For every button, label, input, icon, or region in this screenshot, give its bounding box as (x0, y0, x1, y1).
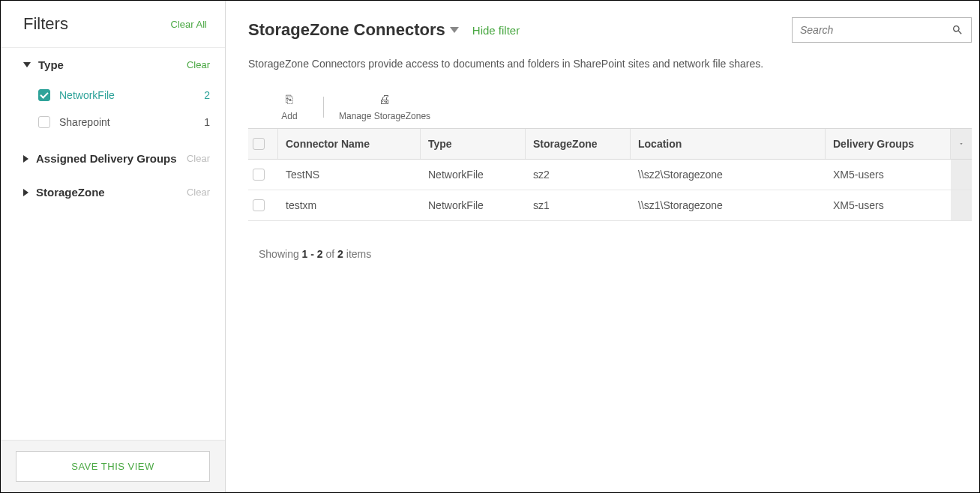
caret-right-icon (23, 189, 28, 196)
search-icon[interactable] (952, 24, 964, 36)
caret-right-icon (23, 155, 28, 163)
cell-name: testxm (278, 190, 421, 220)
page-title-wrap[interactable]: StorageZone Connectors (248, 20, 459, 40)
filter-option-networkfile[interactable]: NetworkFile 2 (38, 82, 210, 109)
col-location[interactable]: Location (631, 129, 826, 159)
search-box[interactable] (792, 17, 972, 43)
checkbox-icon[interactable] (253, 138, 265, 150)
filter-group-clear[interactable]: Clear (187, 153, 210, 164)
filter-group-clear[interactable]: Clear (187, 59, 210, 70)
search-input[interactable] (800, 24, 952, 36)
checkbox-icon[interactable] (38, 89, 50, 101)
pager-suffix: items (343, 248, 371, 260)
sidebar-footer: SAVE THIS VIEW (1, 440, 225, 492)
cell-name: TestNS (278, 160, 421, 190)
connectors-table: Connector Name Type StorageZone Location… (248, 128, 972, 221)
cell-spacer (951, 190, 972, 220)
add-icon: ⎘ (286, 92, 293, 108)
hide-filter-link[interactable]: Hide filter (472, 24, 520, 37)
add-button[interactable]: ⎘ Add (271, 92, 308, 122)
pager: Showing 1 - 2 of 2 items (248, 248, 972, 260)
filter-group-label: StorageZone (36, 186, 187, 199)
pager-range: 1 - 2 (302, 248, 323, 260)
filter-option-sharepoint[interactable]: Sharepoint 1 (38, 109, 210, 136)
filter-group-type[interactable]: Type Clear (1, 48, 225, 82)
filter-option-label: NetworkFile (59, 89, 204, 101)
filter-group-label: Type (38, 58, 187, 71)
table-row[interactable]: testxm NetworkFile sz1 \\sz1\Storagezone… (248, 190, 972, 221)
main-content: StorageZone Connectors Hide filter Stora… (226, 1, 979, 492)
add-label: Add (281, 111, 297, 123)
cell-spacer (951, 160, 972, 190)
filter-options-type: NetworkFile 2 Sharepoint 1 (1, 82, 225, 142)
toolbar-separator (323, 97, 324, 118)
cell-type: NetworkFile (421, 190, 526, 220)
filter-group-clear[interactable]: Clear (187, 187, 210, 198)
row-checkbox-cell[interactable] (248, 160, 278, 190)
page-title: StorageZone Connectors (248, 20, 445, 40)
row-checkbox-cell[interactable] (248, 190, 278, 220)
checkbox-icon[interactable] (253, 169, 265, 181)
filter-option-label: Sharepoint (59, 116, 204, 128)
filters-header: Filters Clear All (1, 1, 225, 47)
filter-group-storagezone[interactable]: StorageZone Clear (1, 175, 225, 209)
cell-storagezone: sz2 (526, 160, 631, 190)
chevron-down-icon[interactable] (450, 27, 459, 33)
col-delivery-groups[interactable]: Delivery Groups (826, 129, 951, 159)
pager-mid: of (323, 248, 337, 260)
toolbar: ⎘ Add 🖨 Manage StorageZones (248, 92, 972, 122)
cell-delivery-groups: XM5-users (826, 190, 951, 220)
filter-option-count: 2 (204, 89, 210, 101)
columns-expand[interactable] (951, 129, 972, 159)
filter-group-delivery-groups[interactable]: Assigned Delivery Groups Clear (1, 142, 225, 175)
pager-total: 2 (337, 248, 343, 260)
chevron-down-icon (958, 139, 964, 148)
filter-group-label: Assigned Delivery Groups (36, 152, 187, 165)
filters-sidebar: Filters Clear All Type Clear NetworkFile… (1, 1, 226, 492)
cell-delivery-groups: XM5-users (826, 160, 951, 190)
page-header: StorageZone Connectors Hide filter (248, 17, 972, 43)
col-connector-name[interactable]: Connector Name (278, 129, 421, 159)
filter-option-count: 1 (204, 116, 210, 128)
cell-storagezone: sz1 (526, 190, 631, 220)
cell-location: \\sz2\Storagezone (631, 160, 826, 190)
manage-storagezones-button[interactable]: 🖨 Manage StorageZones (339, 92, 430, 122)
table-header: Connector Name Type StorageZone Location… (248, 129, 972, 160)
clear-all-link[interactable]: Clear All (171, 19, 207, 30)
table-row[interactable]: TestNS NetworkFile sz2 \\sz2\Storagezone… (248, 160, 972, 190)
storage-icon: 🖨 (379, 92, 391, 108)
manage-label: Manage StorageZones (339, 111, 430, 123)
cell-type: NetworkFile (421, 160, 526, 190)
header-checkbox-cell[interactable] (248, 129, 278, 159)
checkbox-icon[interactable] (38, 116, 50, 128)
col-type[interactable]: Type (421, 129, 526, 159)
cell-location: \\sz1\Storagezone (631, 190, 826, 220)
col-storagezone[interactable]: StorageZone (526, 129, 631, 159)
caret-down-icon (23, 62, 31, 67)
pager-prefix: Showing (259, 248, 302, 260)
save-view-button[interactable]: SAVE THIS VIEW (16, 451, 210, 482)
app-frame: Filters Clear All Type Clear NetworkFile… (0, 0, 980, 493)
filters-title: Filters (23, 14, 68, 34)
page-description: StorageZone Connectors provide access to… (248, 58, 972, 70)
checkbox-icon[interactable] (253, 199, 265, 211)
filter-groups: Type Clear NetworkFile 2 Sharepoint 1 As… (1, 47, 225, 440)
